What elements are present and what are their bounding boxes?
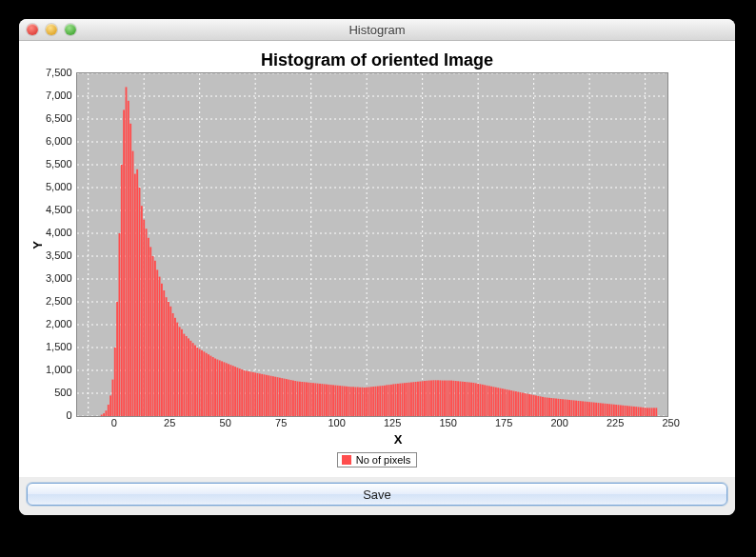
titlebar[interactable]: Histogram (19, 19, 735, 41)
svg-rect-251 (599, 403, 601, 416)
svg-rect-220 (530, 394, 532, 416)
svg-rect-42 (133, 174, 135, 416)
svg-rect-131 (332, 385, 334, 416)
svg-rect-84 (228, 364, 229, 416)
svg-rect-211 (510, 390, 512, 416)
svg-rect-73 (203, 351, 205, 416)
window: Histogram Histogram of oriented Image Y … (19, 19, 735, 515)
svg-rect-51 (153, 261, 155, 416)
svg-rect-228 (548, 398, 550, 416)
svg-rect-119 (306, 382, 308, 416)
svg-rect-48 (147, 238, 149, 416)
svg-rect-105 (274, 377, 276, 416)
svg-rect-71 (198, 348, 200, 416)
svg-rect-214 (517, 392, 519, 416)
svg-rect-196 (477, 384, 479, 416)
svg-rect-110 (286, 379, 288, 416)
svg-rect-171 (421, 381, 423, 416)
svg-rect-156 (388, 385, 389, 416)
svg-rect-240 (575, 401, 577, 416)
svg-rect-252 (602, 404, 604, 416)
svg-rect-28 (103, 413, 105, 416)
svg-rect-139 (349, 387, 351, 416)
svg-rect-244 (584, 402, 586, 416)
svg-rect-41 (131, 151, 133, 416)
svg-rect-93 (248, 371, 249, 416)
svg-rect-187 (457, 381, 459, 416)
svg-rect-188 (459, 382, 461, 416)
svg-rect-234 (562, 399, 564, 416)
svg-rect-92 (245, 370, 247, 416)
svg-rect-198 (481, 385, 483, 416)
svg-rect-246 (588, 402, 590, 416)
svg-rect-63 (181, 329, 183, 416)
x-axis-label: X (103, 432, 693, 447)
chart-panel: Histogram of oriented Image Y 7,5007,000… (19, 41, 735, 477)
svg-rect-115 (296, 382, 298, 416)
svg-rect-158 (392, 384, 394, 416)
svg-rect-238 (570, 400, 572, 416)
svg-rect-98 (258, 373, 260, 416)
svg-rect-127 (323, 384, 325, 416)
svg-rect-217 (524, 393, 526, 416)
svg-rect-236 (566, 400, 567, 416)
svg-rect-162 (401, 383, 403, 416)
svg-rect-112 (289, 380, 291, 416)
svg-rect-248 (592, 403, 594, 416)
legend: No of pixels (29, 452, 726, 467)
svg-rect-261 (622, 406, 624, 416)
svg-rect-109 (283, 379, 285, 416)
svg-rect-164 (406, 383, 408, 416)
svg-rect-43 (136, 169, 138, 416)
svg-rect-128 (326, 385, 328, 416)
svg-rect-199 (484, 385, 486, 416)
svg-rect-183 (448, 381, 449, 416)
svg-rect-213 (515, 391, 517, 416)
svg-rect-258 (615, 405, 617, 416)
svg-rect-86 (231, 366, 233, 416)
svg-rect-118 (303, 382, 305, 416)
svg-rect-74 (205, 353, 207, 416)
svg-rect-99 (261, 374, 263, 416)
svg-rect-203 (492, 387, 494, 416)
svg-rect-185 (452, 381, 454, 416)
svg-rect-223 (537, 396, 539, 416)
svg-rect-87 (234, 367, 236, 416)
svg-rect-123 (314, 383, 316, 416)
svg-rect-227 (546, 398, 547, 416)
svg-rect-177 (434, 380, 436, 416)
svg-rect-148 (369, 387, 371, 416)
svg-rect-90 (241, 369, 243, 416)
save-button[interactable]: Save (27, 483, 727, 506)
svg-rect-70 (196, 348, 198, 416)
svg-rect-247 (590, 402, 592, 416)
svg-rect-210 (507, 390, 509, 416)
svg-rect-66 (188, 338, 189, 416)
svg-rect-267 (635, 407, 637, 416)
svg-rect-101 (265, 375, 267, 416)
svg-rect-82 (223, 362, 225, 416)
svg-rect-49 (149, 247, 151, 416)
legend-label: No of pixels (356, 454, 410, 466)
svg-rect-57 (168, 302, 169, 416)
svg-rect-37 (123, 109, 125, 416)
svg-rect-165 (408, 383, 409, 416)
svg-rect-191 (466, 382, 468, 416)
svg-rect-193 (470, 383, 472, 416)
svg-rect-121 (309, 383, 311, 416)
svg-rect-204 (494, 388, 496, 416)
svg-rect-143 (359, 388, 361, 416)
svg-rect-69 (194, 346, 196, 416)
svg-rect-134 (339, 386, 341, 416)
svg-rect-230 (552, 398, 554, 416)
svg-rect-153 (381, 386, 383, 416)
svg-rect-166 (410, 382, 412, 416)
legend-swatch-icon (342, 455, 351, 465)
svg-rect-100 (263, 374, 265, 416)
svg-rect-140 (352, 387, 354, 416)
svg-rect-60 (174, 318, 176, 416)
svg-rect-259 (617, 405, 619, 416)
svg-rect-209 (506, 389, 507, 416)
svg-rect-55 (163, 290, 165, 416)
svg-rect-58 (169, 307, 171, 416)
